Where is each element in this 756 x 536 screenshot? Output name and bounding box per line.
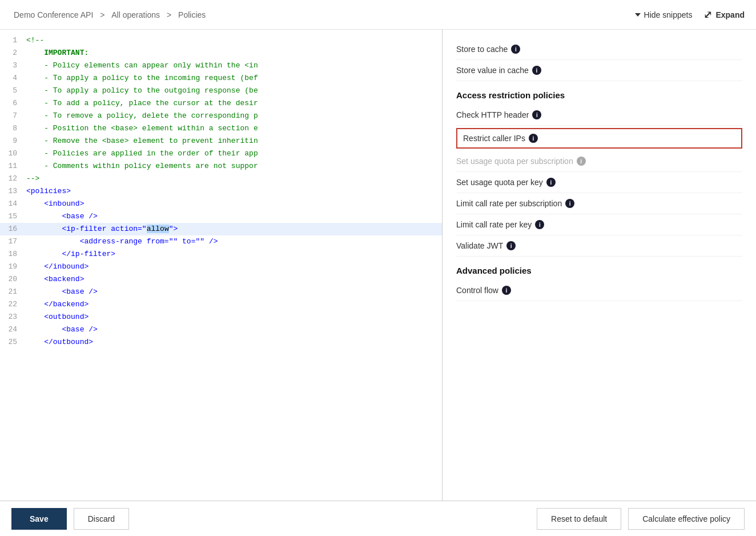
line-content: </ip-filter> <box>24 248 442 261</box>
line-content: <address-range from="" to="" /> <box>24 235 442 248</box>
line-content: --> <box>24 173 442 185</box>
line-number: 4 <box>0 72 24 85</box>
limit-call-rate-per-subscription-label: Limit call rate per subscription <box>456 199 562 208</box>
store-to-cache-info-icon[interactable]: i <box>511 45 520 54</box>
code-line-13[interactable]: 13<policies> <box>0 185 442 198</box>
line-content: <backend> <box>24 273 442 286</box>
code-line-17[interactable]: 17 <address-range from="" to="" /> <box>0 235 442 248</box>
code-line-9[interactable]: 9 - Remove the <base> element to prevent… <box>0 135 442 147</box>
code-line-20[interactable]: 20 <backend> <box>0 273 442 286</box>
set-usage-quota-per-subscription-info-icon: i <box>577 157 586 166</box>
line-number: 18 <box>0 248 24 261</box>
line-number: 6 <box>0 97 24 110</box>
control-flow-info-icon[interactable]: i <box>502 286 511 295</box>
store-to-cache-label: Store to cache <box>456 45 508 54</box>
breadcrumb-sep2: > <box>167 10 174 19</box>
line-number: 23 <box>0 311 24 323</box>
code-line-18[interactable]: 18 </ip-filter> <box>0 248 442 261</box>
set-usage-quota-per-key-item[interactable]: Set usage quota per key i <box>456 172 742 193</box>
breadcrumb-part2[interactable]: All operations <box>111 10 160 19</box>
save-button[interactable]: Save <box>11 508 67 530</box>
reset-to-default-button[interactable]: Reset to default <box>537 508 621 530</box>
code-line-15[interactable]: 15 <base /> <box>0 210 442 223</box>
code-line-14[interactable]: 14 <inbound> <box>0 198 442 210</box>
line-number: 24 <box>0 323 24 336</box>
limit-call-rate-per-key-label: Limit call rate per key <box>456 220 532 229</box>
control-flow-item[interactable]: Control flow i <box>456 280 742 301</box>
code-panel[interactable]: 1<!--2 IMPORTANT:3 - Policy elements can… <box>0 30 443 501</box>
code-line-3[interactable]: 3 - Policy elements can appear only with… <box>0 59 442 72</box>
set-usage-quota-per-subscription-item: Set usage quota per subscription i <box>456 151 742 172</box>
line-number: 25 <box>0 336 24 349</box>
code-line-7[interactable]: 7 - To remove a policy, delete the corre… <box>0 110 442 122</box>
code-line-11[interactable]: 11 - Comments within policy elements are… <box>0 160 442 173</box>
code-line-12[interactable]: 12--> <box>0 173 442 185</box>
limit-call-rate-per-key-info-icon[interactable]: i <box>535 220 544 229</box>
set-usage-quota-per-key-info-icon[interactable]: i <box>546 178 556 187</box>
code-line-23[interactable]: 23 <outbound> <box>0 311 442 323</box>
code-line-16[interactable]: 16 <ip-filter action="allow"> <box>0 223 442 235</box>
limit-call-rate-per-subscription-item[interactable]: Limit call rate per subscription i <box>456 193 742 214</box>
expand-label: Expand <box>715 10 745 19</box>
code-line-6[interactable]: 6 - To add a policy, place the cursor at… <box>0 97 442 110</box>
line-number: 5 <box>0 85 24 97</box>
check-http-header-item[interactable]: Check HTTP header i <box>456 105 742 126</box>
code-line-21[interactable]: 21 <base /> <box>0 286 442 298</box>
limit-call-rate-per-subscription-info-icon[interactable]: i <box>565 199 574 208</box>
expand-button[interactable]: ⤢ Expand <box>703 9 745 21</box>
advanced-policies-section-title: Advanced policies <box>456 257 742 280</box>
access-restriction-section-title: Access restriction policies <box>456 81 742 105</box>
code-line-10[interactable]: 10 - Policies are applied in the order o… <box>0 147 442 160</box>
line-content: - Policies are applied in the order of t… <box>24 147 442 160</box>
chevron-down-icon <box>635 13 641 17</box>
code-line-22[interactable]: 22 </backend> <box>0 298 442 311</box>
store-value-in-cache-info-icon[interactable]: i <box>532 66 541 75</box>
set-usage-quota-per-subscription-label: Set usage quota per subscription <box>456 157 573 166</box>
restrict-caller-ips-info-icon[interactable]: i <box>529 134 538 143</box>
code-line-1[interactable]: 1<!-- <box>0 34 442 47</box>
expand-icon: ⤢ <box>703 9 712 21</box>
code-line-19[interactable]: 19 </inbound> <box>0 261 442 273</box>
set-usage-quota-per-key-label: Set usage quota per key <box>456 178 543 187</box>
check-http-header-info-icon[interactable]: i <box>532 110 541 119</box>
code-lines: 1<!--2 IMPORTANT:3 - Policy elements can… <box>0 30 442 353</box>
validate-jwt-item[interactable]: Validate JWT i <box>456 235 742 257</box>
line-content: <!-- <box>24 34 442 47</box>
store-to-cache-item[interactable]: Store to cache i <box>456 39 742 60</box>
line-number: 12 <box>0 173 24 185</box>
line-number: 2 <box>0 47 24 59</box>
line-content: <base /> <box>24 210 442 223</box>
code-line-24[interactable]: 24 <base /> <box>0 323 442 336</box>
code-line-25[interactable]: 25 </outbound> <box>0 336 442 349</box>
line-number: 7 <box>0 110 24 122</box>
code-line-8[interactable]: 8 - Position the <base> element within a… <box>0 122 442 135</box>
calculate-effective-policy-button[interactable]: Calculate effective policy <box>628 508 745 530</box>
line-number: 10 <box>0 147 24 160</box>
line-content: - To add a policy, place the cursor at t… <box>24 97 442 110</box>
right-panel: Store to cache i Store value in cache i … <box>443 30 756 501</box>
restrict-caller-ips-item[interactable]: Restrict caller IPs i <box>456 128 742 149</box>
line-content: </backend> <box>24 298 442 311</box>
line-number: 8 <box>0 122 24 135</box>
line-content: - Remove the <base> element to prevent i… <box>24 135 442 147</box>
hide-snippets-button[interactable]: Hide snippets <box>635 10 693 19</box>
code-line-4[interactable]: 4 - To apply a policy to the incoming re… <box>0 72 442 85</box>
line-number: 19 <box>0 261 24 273</box>
line-number: 15 <box>0 210 24 223</box>
line-content: <inbound> <box>24 198 442 210</box>
breadcrumb-part1[interactable]: Demo Conference API <box>14 10 93 19</box>
store-value-in-cache-item[interactable]: Store value in cache i <box>456 60 742 81</box>
hide-snippets-label: Hide snippets <box>644 10 693 19</box>
limit-call-rate-per-key-item[interactable]: Limit call rate per key i <box>456 214 742 235</box>
store-value-in-cache-label: Store value in cache <box>456 66 529 75</box>
line-content: IMPORTANT: <box>24 47 442 59</box>
validate-jwt-label: Validate JWT <box>456 241 503 250</box>
code-line-5[interactable]: 5 - To apply a policy to the outgoing re… <box>0 85 442 97</box>
line-content: - Policy elements can appear only within… <box>24 59 442 72</box>
validate-jwt-info-icon[interactable]: i <box>506 241 516 250</box>
code-line-2[interactable]: 2 IMPORTANT: <box>0 47 442 59</box>
restrict-caller-ips-label: Restrict caller IPs <box>463 134 525 143</box>
discard-button[interactable]: Discard <box>74 508 129 530</box>
line-content: - Comments within policy elements are no… <box>24 160 442 173</box>
line-content: - To remove a policy, delete the corresp… <box>24 110 442 122</box>
